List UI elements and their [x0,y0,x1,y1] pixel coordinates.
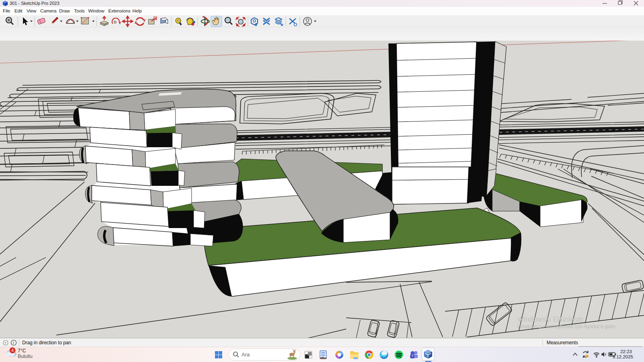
svg-text:Bulutlu: Bulutlu [18,354,33,359]
svg-text:Windows'u Etkinleştir: Windows'u Etkinleştir [517,315,584,323]
svg-text:4: 4 [11,348,14,353]
svg-text:Measurements: Measurements [547,340,578,346]
svg-text:Drag in direction to pan: Drag in direction to pan [22,340,71,346]
svg-text:7°C: 7°C [18,348,26,354]
svg-text:9.12.2025: 9.12.2025 [613,354,633,359]
svg-text:301 - SketchUp Pro 2023: 301 - SketchUp Pro 2023 [10,1,60,6]
svg-text:T: T [412,354,414,358]
svg-text:Windows'u etkinleştirmek için: Windows'u etkinleştirmek için Ayarlar'a … [517,324,617,329]
svg-text:22:23: 22:23 [620,349,632,354]
svg-text:Ara: Ara [242,352,250,358]
svg-text:i: i [13,341,14,345]
